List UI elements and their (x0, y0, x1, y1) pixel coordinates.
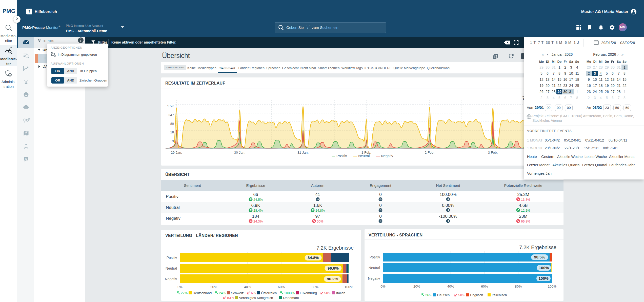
svg-text:40%: 40% (447, 285, 454, 288)
svg-text:3: 3 (172, 139, 174, 143)
svg-text:100%: 100% (538, 276, 549, 280)
svg-text:20%: 20% (413, 285, 420, 288)
svg-text:347: 347 (168, 113, 174, 117)
svg-text:0%: 0% (380, 285, 386, 288)
svg-text:18: 18 (170, 130, 174, 134)
svg-text:1.5K: 1.5K (167, 104, 174, 108)
svg-text:Negativ: Negativ (165, 277, 177, 281)
svg-text:100%: 100% (548, 285, 557, 288)
svg-text:Positiv: Positiv (370, 255, 380, 259)
svg-text:Negativ: Negativ (368, 276, 380, 280)
svg-text:0%: 0% (177, 285, 183, 289)
svg-text:Neutral: Neutral (166, 266, 177, 270)
svg-text:80%: 80% (515, 285, 522, 288)
svg-text:100%: 100% (345, 285, 353, 289)
svg-text:$: $ (25, 157, 27, 160)
svg-text:84.8%: 84.8% (308, 255, 319, 260)
svg-text:60%: 60% (278, 285, 285, 289)
svg-text:Positiv: Positiv (167, 256, 177, 260)
svg-text:Neutral: Neutral (369, 266, 380, 270)
svg-text:96.2%: 96.2% (327, 277, 338, 281)
svg-text:60%: 60% (481, 285, 488, 288)
svg-text:98.5%: 98.5% (534, 255, 545, 259)
svg-text:96.6%: 96.6% (328, 266, 339, 270)
svg-text:80%: 80% (312, 285, 318, 289)
svg-text:100%: 100% (539, 266, 549, 270)
svg-text:40%: 40% (244, 285, 251, 289)
svg-text:80: 80 (170, 122, 174, 126)
svg-text:20%: 20% (210, 285, 217, 289)
